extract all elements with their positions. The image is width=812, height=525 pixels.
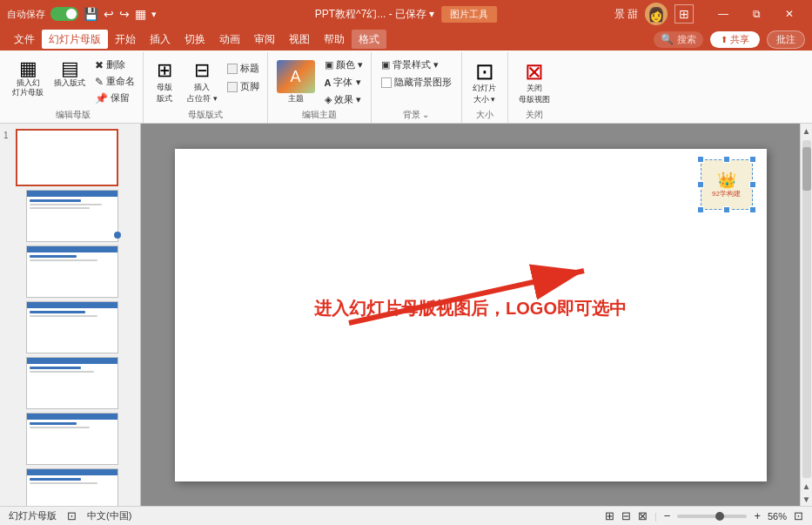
menu-animation[interactable]: 动画: [212, 30, 247, 49]
insert-master-label: 插入幻灯片母版: [12, 78, 44, 98]
close-master-btn[interactable]: ⊠ 关闭母版视图: [515, 58, 554, 107]
handle-rm[interactable]: [749, 181, 756, 188]
handle-br[interactable]: [749, 206, 756, 213]
outline-view-btn[interactable]: ⊟: [621, 509, 631, 522]
handle-bl[interactable]: [697, 206, 704, 213]
color-btn[interactable]: ▣ 颜色 ▾: [322, 57, 366, 72]
zoom-minus[interactable]: −: [664, 509, 671, 522]
menu-file[interactable]: 文件: [7, 30, 42, 49]
title-area: PPT教程^7幻... - 已保存 ▾ 图片工具: [315, 6, 498, 23]
menu-insert[interactable]: 插入: [143, 30, 178, 49]
menu-view[interactable]: 视图: [282, 30, 317, 49]
menu-ribbon-area: 文件 幻灯片母版 开始 插入 切换 动画 审阅 视图 帮助 格式 🔍 搜索 ⬆ …: [0, 28, 812, 50]
slide-thumb-3[interactable]: [26, 246, 118, 298]
insert-layout-btn[interactable]: ▤ 插入版式: [50, 57, 89, 90]
slide-item-6[interactable]: [26, 413, 124, 465]
redo-icon[interactable]: ↪: [119, 7, 130, 21]
normal-view-btn[interactable]: ⊞: [605, 509, 614, 522]
search-area[interactable]: 🔍 搜索: [654, 31, 703, 48]
delete-btn[interactable]: ✖ 删除: [92, 57, 138, 72]
slide-thumb-7[interactable]: [26, 468, 118, 506]
slide-size-btn[interactable]: ⊡ 幻灯片大小 ▾: [469, 58, 500, 107]
ribbon-group-edit-theme: A 主题 ▣ 颜色 ▾ A 字体 ▾ ◈ 效果 ▾: [268, 52, 372, 123]
user-avatar: 👩: [645, 3, 668, 25]
master-layout-btn[interactable]: ⊞ 母版版式: [149, 57, 180, 106]
menu-help[interactable]: 帮助: [317, 30, 352, 49]
username: 景 甜: [614, 7, 638, 22]
slide-thumb-4[interactable]: [26, 301, 118, 353]
menu-start[interactable]: 开始: [108, 30, 143, 49]
share-button[interactable]: ⬆ 共享: [710, 31, 760, 48]
slide-thumb-1[interactable]: [16, 129, 118, 186]
slide-item-7[interactable]: [26, 468, 124, 506]
footer-checkbox[interactable]: [227, 82, 238, 92]
bg-style-btn[interactable]: ▣ 背景样式 ▾: [379, 57, 454, 72]
undo-icon[interactable]: ↩: [104, 7, 114, 21]
slide-item-5[interactable]: [26, 357, 124, 409]
scroll-up-arrow[interactable]: ▲: [800, 124, 812, 138]
scroll-down-arrow[interactable]: ▼: [801, 493, 812, 506]
bg-expand[interactable]: 背景 ⌄: [379, 109, 454, 121]
slide-canvas[interactable]: 进入幻灯片母版视图后，LOGO即可选中: [175, 149, 767, 481]
group-label-master-layout: 母版版式: [149, 107, 262, 121]
view-mode-label: 幻灯片母版: [9, 509, 57, 522]
insert-placeholder-btn[interactable]: ⊟ 插入占位符 ▾: [184, 57, 221, 106]
right-scrollbar[interactable]: ▲ ▲ ▼: [800, 124, 812, 506]
title-bar-left: 自动保存 💾 ↩ ↪ ▦ ▾: [7, 7, 614, 21]
font-btn[interactable]: A 字体 ▾: [322, 75, 366, 90]
handle-tl[interactable]: [697, 156, 704, 163]
main-area: 1: [0, 124, 812, 506]
comment-button[interactable]: 批注: [767, 30, 805, 49]
effect-btn[interactable]: ◈ 效果 ▾: [322, 92, 366, 107]
logo-container[interactable]: 👑 92学构建: [701, 159, 753, 210]
slide-thumb-2[interactable]: [26, 190, 118, 242]
menu-slidemaster[interactable]: 幻灯片母版: [42, 30, 108, 49]
handle-bm[interactable]: [723, 206, 730, 213]
insert-slide-master-btn[interactable]: ▦ 插入幻灯片母版: [9, 57, 47, 99]
scroll-thumb[interactable]: [802, 147, 811, 191]
minimize-button[interactable]: —: [708, 2, 739, 26]
close-button[interactable]: ✕: [774, 2, 805, 26]
page-icon[interactable]: ⊡: [67, 509, 77, 522]
slide-item-3[interactable]: [26, 246, 124, 298]
handle-lm[interactable]: [697, 181, 704, 188]
fit-page-btn[interactable]: ⊡: [794, 509, 803, 522]
menu-transition[interactable]: 切换: [178, 30, 212, 49]
master-layout-icon: ⊞: [157, 59, 172, 82]
menu-review[interactable]: 审阅: [247, 30, 282, 49]
theme-btn[interactable]: A 主题: [273, 58, 319, 106]
zoom-slider[interactable]: [677, 515, 747, 518]
save-icon[interactable]: 💾: [84, 7, 98, 21]
hide-bg-checkbox[interactable]: [381, 77, 392, 88]
scroll-up2-arrow[interactable]: ▲: [801, 480, 812, 493]
restore-button[interactable]: ⧉: [741, 2, 772, 26]
format-icon[interactable]: ▦: [135, 7, 146, 21]
slide-item-1[interactable]: 1: [16, 129, 124, 186]
team-icon[interactable]: ⊞: [674, 4, 694, 24]
hide-bg-item[interactable]: 隐藏背景图形: [379, 75, 454, 90]
preserve-btn[interactable]: 📌 保留: [92, 91, 138, 105]
handle-tm[interactable]: [723, 156, 730, 163]
dropdown-icon[interactable]: ▾: [151, 9, 157, 20]
title-checkbox-item[interactable]: 标题: [225, 61, 262, 76]
document-title: PPT教程^7幻... - 已保存 ▾: [315, 7, 435, 22]
footer-checkbox-item[interactable]: 页脚: [225, 79, 262, 94]
window-controls: — ⧉ ✕: [708, 2, 805, 26]
autosave-label: 自动保存: [7, 8, 45, 21]
slide-item-2[interactable]: [26, 190, 124, 242]
rename-btn[interactable]: ✎ 重命名: [92, 74, 138, 89]
slide-thumb-5[interactable]: [26, 357, 118, 409]
scroll-track[interactable]: [802, 140, 811, 478]
menu-format[interactable]: 格式: [352, 30, 386, 49]
grid-view-btn[interactable]: ⊠: [638, 509, 648, 522]
zoom-slider-thumb[interactable]: [715, 512, 724, 521]
effect-icon: ◈: [325, 94, 332, 105]
handle-tr[interactable]: [749, 156, 756, 163]
ribbon-group-background: ▣ 背景样式 ▾ 隐藏背景图形 背景 ⌄: [372, 52, 462, 123]
autosave-toggle[interactable]: [50, 7, 78, 21]
zoom-plus[interactable]: +: [754, 509, 761, 522]
slide-thumb-6[interactable]: [26, 413, 118, 465]
title-checkbox[interactable]: [227, 64, 238, 74]
group-label-edit-master: 编辑母版: [9, 107, 138, 121]
slide-item-4[interactable]: [26, 301, 124, 353]
